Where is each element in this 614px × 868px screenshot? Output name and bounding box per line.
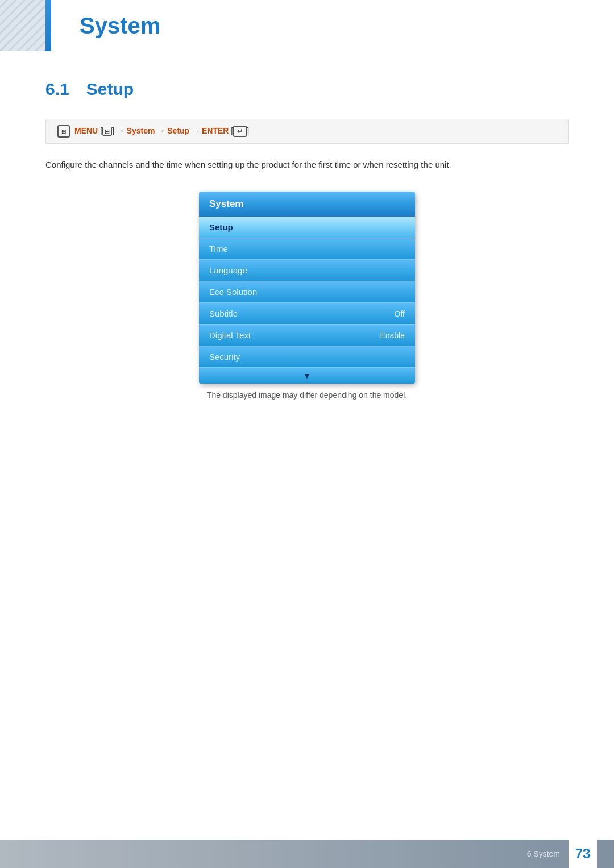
page-number: 73 [569, 840, 597, 868]
menu-item-time-label: Time [209, 244, 228, 254]
menu-item-security[interactable]: Security [199, 346, 415, 368]
nav-enter: ENTER [202, 126, 229, 135]
menu-label: MENU [74, 126, 98, 135]
menu-item-eco-solution[interactable]: Eco Solution [199, 281, 415, 303]
footer-text: 6 System [527, 849, 560, 858]
nav-text: MENU [⊞] → System → Setup → ENTER [↵] [74, 126, 249, 137]
stripe-decoration [0, 0, 45, 51]
nav-instruction: ⊞ MENU [⊞] → System → Setup → ENTER [↵] [45, 119, 569, 144]
menu-item-subtitle[interactable]: Subtitle Off [199, 303, 415, 325]
nav-setup: Setup [167, 126, 189, 135]
chapter-title: System [80, 13, 160, 39]
menu-item-subtitle-value: Off [395, 309, 405, 318]
menu-icon: ⊞ [57, 125, 70, 138]
menu-header: System [199, 192, 415, 217]
menu-screenshot: System Setup Time Language Eco Solution … [45, 192, 569, 400]
section-number: 6.1 [45, 80, 69, 99]
menu-item-language-label: Language [209, 265, 247, 275]
chapter-header: 6 System [0, 0, 614, 51]
menu-footer: ▼ [199, 368, 415, 384]
main-content: 6.1 Setup ⊞ MENU [⊞] → System → Setup → … [0, 51, 614, 439]
menu-item-digital-text[interactable]: Digital Text Enable [199, 325, 415, 346]
section-title: Setup [86, 80, 134, 99]
menu-item-time[interactable]: Time [199, 238, 415, 260]
menu-item-digital-text-label: Digital Text [209, 330, 251, 340]
menu-item-setup-label: Setup [209, 222, 233, 232]
section-heading: 6.1 Setup [45, 80, 569, 99]
page-footer: 6 System 73 [0, 840, 614, 868]
menu-item-language[interactable]: Language [199, 260, 415, 281]
menu-item-digital-text-value: Enable [380, 331, 405, 340]
nav-system: System [127, 126, 155, 135]
image-caption: The displayed image may differ depending… [207, 391, 407, 400]
description-text: Configure the channels and the time when… [45, 158, 472, 172]
scroll-down-arrow: ▼ [303, 371, 311, 380]
system-menu: System Setup Time Language Eco Solution … [199, 192, 415, 384]
menu-item-setup[interactable]: Setup [199, 217, 415, 238]
menu-item-security-label: Security [209, 352, 240, 362]
menu-item-eco-solution-label: Eco Solution [209, 287, 257, 297]
menu-item-subtitle-label: Subtitle [209, 309, 238, 318]
enter-icon: ↵ [233, 126, 247, 137]
menu-grid-icon: ⊞ [102, 127, 112, 136]
